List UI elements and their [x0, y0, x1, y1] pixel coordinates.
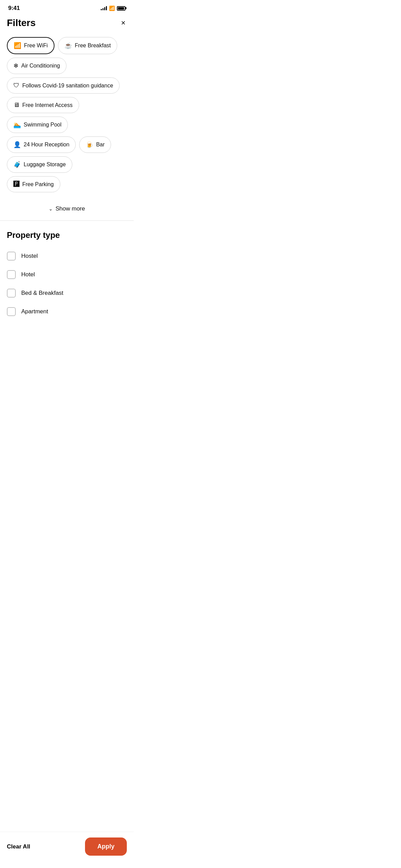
apartment-checkbox[interactable]: [7, 307, 16, 316]
chips-row-5: 🏊 Swimming Pool: [7, 117, 127, 133]
luggage-chip-icon: 🧳: [13, 161, 21, 168]
wifi-chip-icon: 📶: [14, 42, 21, 49]
chip-24hr-reception[interactable]: 👤 24 Hour Reception: [7, 136, 76, 153]
chips-row-1: 📶 Free WiFi ☕ Free Breakfast: [7, 37, 127, 54]
chip-free-internet-label: Free Internet Access: [22, 102, 73, 108]
snowflake-chip-icon: ❄: [13, 62, 19, 70]
chips-row-4: 🖥 Free Internet Access: [7, 97, 127, 113]
chip-free-breakfast-label: Free Breakfast: [75, 43, 111, 49]
battery-icon: [117, 6, 125, 11]
property-type-hotel[interactable]: Hotel: [7, 265, 127, 284]
reception-chip-icon: 👤: [13, 141, 21, 148]
hostel-checkbox[interactable]: [7, 252, 16, 261]
chip-free-wifi-label: Free WiFi: [24, 43, 48, 49]
chip-air-conditioning-label: Air Conditioning: [21, 63, 60, 69]
chips-row-7: 🧳 Luggage Storage 🅿 Free Parking: [7, 156, 127, 192]
chevron-down-icon: ⌄: [49, 206, 53, 212]
filter-chips-section: 📶 Free WiFi ☕ Free Breakfast ❄ Air Condi…: [0, 34, 134, 198]
page-title: Filters: [7, 17, 36, 28]
chip-air-conditioning[interactable]: ❄ Air Conditioning: [7, 58, 66, 74]
bar-chip-icon: 🍺: [86, 141, 93, 148]
status-bar: 9:41 📶: [0, 0, 134, 14]
show-more-button[interactable]: ⌄ Show more: [0, 198, 134, 219]
chips-row-3: 🛡 Follows Covid-19 sanitation guidance: [7, 77, 127, 94]
shield-chip-icon: 🛡: [13, 82, 20, 89]
coffee-chip-icon: ☕: [64, 42, 72, 49]
chip-free-wifi[interactable]: 📶 Free WiFi: [7, 37, 54, 54]
hostel-label: Hostel: [21, 253, 38, 260]
hotel-checkbox[interactable]: [7, 270, 16, 279]
chip-luggage-storage[interactable]: 🧳 Luggage Storage: [7, 156, 72, 173]
hotel-label: Hotel: [21, 271, 35, 278]
bed-breakfast-checkbox[interactable]: [7, 289, 16, 298]
chip-bar-label: Bar: [96, 142, 105, 148]
property-type-bed-breakfast[interactable]: Bed & Breakfast: [7, 284, 127, 302]
apartment-label: Apartment: [21, 308, 48, 315]
chip-free-parking-label: Free Parking: [22, 181, 54, 188]
status-time: 9:41: [8, 5, 20, 12]
signal-icon: [101, 6, 107, 10]
property-type-apartment[interactable]: Apartment: [7, 302, 127, 321]
property-type-section: Property type Hostel Hotel Bed & Breakfa…: [0, 222, 134, 326]
chip-free-parking[interactable]: 🅿 Free Parking: [7, 176, 60, 192]
chips-row-2: ❄ Air Conditioning: [7, 58, 127, 74]
chip-free-breakfast[interactable]: ☕ Free Breakfast: [58, 37, 117, 54]
section-divider: [0, 220, 134, 221]
header: Filters ×: [0, 14, 134, 34]
chip-luggage-storage-label: Luggage Storage: [24, 161, 66, 168]
show-more-label: Show more: [56, 205, 85, 212]
parking-chip-icon: 🅿: [13, 181, 20, 188]
chip-covid[interactable]: 🛡 Follows Covid-19 sanitation guidance: [7, 77, 120, 94]
chip-swimming-pool-label: Swimming Pool: [24, 122, 61, 128]
bed-breakfast-label: Bed & Breakfast: [21, 290, 63, 297]
property-type-title: Property type: [7, 230, 127, 240]
pool-chip-icon: 🏊: [13, 121, 21, 129]
chip-swimming-pool[interactable]: 🏊 Swimming Pool: [7, 117, 68, 133]
wifi-status-icon: 📶: [109, 5, 115, 11]
chip-bar[interactable]: 🍺 Bar: [79, 136, 111, 153]
internet-chip-icon: 🖥: [13, 101, 20, 109]
status-icons: 📶: [101, 5, 125, 11]
chip-free-internet[interactable]: 🖥 Free Internet Access: [7, 97, 79, 113]
chips-row-6: 👤 24 Hour Reception 🍺 Bar: [7, 136, 127, 153]
chip-24hr-reception-label: 24 Hour Reception: [24, 142, 69, 148]
chip-covid-label: Follows Covid-19 sanitation guidance: [22, 83, 113, 89]
close-button[interactable]: ×: [120, 17, 127, 29]
property-type-hostel[interactable]: Hostel: [7, 247, 127, 265]
